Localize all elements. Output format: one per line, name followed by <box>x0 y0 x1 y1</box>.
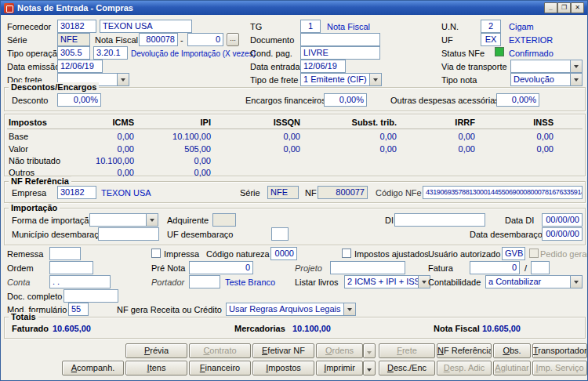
nf-gera-combobox[interactable]: Usar Regras Arquivos Legais <box>226 303 356 316</box>
data-di-field[interactable]: 00/00/00 <box>542 213 583 227</box>
totais-nota-fiscal-label: Nota Fiscal <box>434 324 480 334</box>
doc-completo-field[interactable] <box>64 289 118 303</box>
chevron-down-icon[interactable] <box>369 74 381 85</box>
minimize-button[interactable]: _ <box>544 2 557 13</box>
impostos-cell: 505,00 <box>147 144 211 154</box>
un-label: U.N. <box>441 22 459 32</box>
tipo-operacao-cfop-field[interactable]: 3.20.1 <box>93 46 128 60</box>
tg-field[interactable]: 1 <box>300 20 321 33</box>
ordens-button: Ordens <box>316 343 363 358</box>
impostos-header-ipi: IPI <box>147 118 211 127</box>
transportadora-button[interactable]: Transportadora <box>532 343 587 358</box>
contabilidade-combobox[interactable]: a Contabilizar <box>485 275 583 288</box>
projeto-field[interactable] <box>330 261 405 274</box>
uf-desembaraco-field[interactable] <box>271 227 289 241</box>
mod-formulario-field[interactable]: 55 <box>68 303 89 316</box>
chevron-down-icon[interactable] <box>570 74 582 85</box>
nota-fiscal-numero-field[interactable]: 800078 <box>139 33 178 46</box>
fornecedor-name-field[interactable]: TEXON USA <box>100 20 192 33</box>
nf-referencia-button[interactable]: NF Referência <box>437 343 492 358</box>
impostos-cell: 0,00 <box>236 144 300 154</box>
efetivar-nf-button[interactable]: Efetivar NF <box>252 343 314 358</box>
chevron-down-icon[interactable] <box>343 303 355 315</box>
empresa-code-field[interactable]: 30182 <box>57 186 96 199</box>
impressa-checkbox[interactable] <box>151 249 161 258</box>
financeiro-button[interactable]: Financeiro <box>189 361 251 376</box>
di-label: DI <box>385 216 394 226</box>
tipo-nota-combobox[interactable]: Devolução <box>510 73 583 86</box>
un-field[interactable]: 2 <box>481 20 501 33</box>
impostos-title: Impostos <box>9 118 47 128</box>
title-bar[interactable]: Notas de Entrada - Compras <box>1 1 587 15</box>
tipo-operacao-codigo-field[interactable]: 305.5 <box>57 46 90 60</box>
nota-fiscal-label: Nota Fiscal <box>95 35 138 45</box>
mercadorias-value: 10.100,00 <box>292 324 331 333</box>
data-emissao-label: Data emissão <box>7 62 60 72</box>
importacao-legend: Importação <box>9 203 60 212</box>
tipo-nota-value: Devolução <box>514 74 567 85</box>
frete-button: Frete <box>379 343 435 358</box>
impostos-ajustados-checkbox[interactable] <box>342 249 351 258</box>
desc-enc-button[interactable]: Desc./Enc <box>379 361 435 376</box>
ordem-field[interactable] <box>49 261 93 274</box>
impostos-button[interactable]: Impostos <box>252 361 314 376</box>
desp-adic-button: Desp. Adic <box>437 361 492 376</box>
impostos-row-label: Base <box>9 132 28 142</box>
acompanh-button[interactable]: Acompanh. <box>62 361 124 376</box>
chevron-down-icon[interactable] <box>146 214 158 226</box>
previa-button[interactable]: Prévia <box>125 343 187 358</box>
close-button[interactable]: ✕ <box>571 2 584 13</box>
listar-livros-combobox[interactable]: 2 ICMS + IPI + ISS <box>344 275 430 288</box>
documento-field[interactable] <box>300 33 380 46</box>
via-transporte-combobox[interactable] <box>510 60 583 73</box>
status-nfe-value-label: Confirmado <box>509 49 554 59</box>
outras-despesas-field[interactable]: 0,00% <box>496 93 539 107</box>
imprimir-dropdown-button[interactable] <box>363 361 376 376</box>
adquirente-field[interactable] <box>212 213 236 227</box>
fornecedor-label: Fornecedor <box>7 22 51 32</box>
empresa-label: Empresa <box>12 188 46 198</box>
contrato-button: Contrato <box>189 343 251 358</box>
fatura-field[interactable]: 0 <box>470 261 520 274</box>
portador-field[interactable] <box>189 275 220 288</box>
projeto-label: Projeto <box>295 263 322 274</box>
nf-ref-numero-field[interactable]: 800077 <box>318 186 368 199</box>
desconto-field[interactable]: 0,00% <box>57 93 101 107</box>
impostos-cell: 0,00 <box>332 132 397 141</box>
data-emissao-field[interactable]: 12/06/19 <box>57 60 103 73</box>
conta-field[interactable]: . . <box>49 275 111 288</box>
data-desembaraco-field[interactable]: 00/00/00 <box>542 227 583 241</box>
usuario-autorizado-field[interactable]: GVB <box>502 247 525 260</box>
via-transporte-label: Via de transporte <box>441 62 507 72</box>
di-field[interactable] <box>394 213 485 227</box>
municipio-desembaraco-field[interactable] <box>98 227 159 241</box>
codigo-natureza-label: Código natureza <box>206 249 270 259</box>
serie-field[interactable]: NFE <box>57 33 90 46</box>
chevron-down-icon[interactable] <box>570 60 582 72</box>
maximize-button[interactable]: ❐ <box>557 2 571 13</box>
desconto-label: Desconto <box>12 96 48 106</box>
obs-button[interactable]: Obs. <box>493 343 531 358</box>
nf-ref-serie-field[interactable]: NFE <box>267 186 299 199</box>
uf-field[interactable]: EX <box>481 33 501 46</box>
nota-fiscal-sub-field[interactable]: 0 <box>187 33 223 46</box>
codigo-natureza-field[interactable]: 0000 <box>270 247 297 260</box>
chevron-down-icon[interactable] <box>117 74 129 85</box>
fornecedor-code-field[interactable]: 30182 <box>57 20 96 33</box>
forma-importacao-combobox[interactable] <box>89 213 158 227</box>
itens-button[interactable]: Itens <box>125 361 187 376</box>
chevron-down-icon[interactable] <box>570 276 582 288</box>
nf-lookup-button[interactable]: ... <box>227 33 239 46</box>
fatura-parcela-field[interactable] <box>531 261 550 274</box>
remessa-field[interactable] <box>49 247 81 260</box>
encargos-field[interactable]: 0,00% <box>324 93 367 107</box>
imprimir-button[interactable]: Imprimir <box>316 361 363 376</box>
codigo-nfe-field[interactable]: 4319069357881300014455069000800078167633… <box>423 186 583 199</box>
cond-pag-field[interactable]: LIVRE <box>300 46 380 60</box>
data-entrada-field[interactable]: 12/06/19 <box>300 60 346 73</box>
tipo-frete-combobox[interactable]: 1 Emitente (CIF) <box>300 73 382 86</box>
data-di-label: Data DI <box>505 216 534 226</box>
impostos-cell: 10.100,00 <box>70 156 134 165</box>
impressa-label: Impressa <box>164 249 199 259</box>
pre-nota-field[interactable]: 0 <box>189 261 253 274</box>
